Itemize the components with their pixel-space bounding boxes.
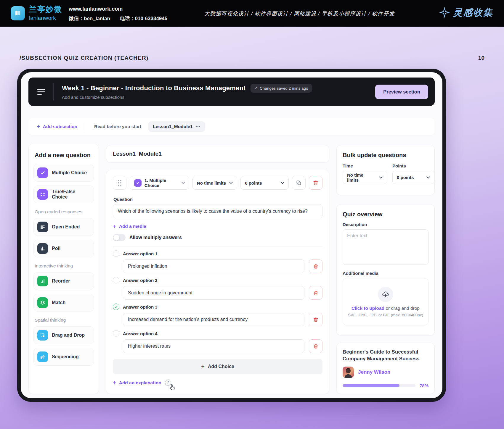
bulk-update-card: Bulk update questions Time No time limit… bbox=[336, 145, 435, 195]
subsection-tabs-bar: + Add subsection Read before you start L… bbox=[28, 118, 435, 135]
item-label: Reorder bbox=[52, 278, 70, 284]
page-background: /SUBSECTION QUIZ CREATION (TEACHER) 10 W… bbox=[0, 27, 504, 429]
chevron-down-icon bbox=[379, 176, 383, 179]
check-icon: ✓ bbox=[254, 86, 258, 91]
drag-handle[interactable] bbox=[113, 176, 126, 190]
delete-option-button[interactable] bbox=[309, 259, 322, 273]
hand-cursor-icon bbox=[168, 383, 176, 391]
module-title: Lesson1_Module1 bbox=[113, 151, 162, 157]
section-subtitle: Add and customize subsections. bbox=[62, 95, 312, 100]
delete-option-button[interactable] bbox=[309, 313, 322, 326]
upload-instruction: Click to upload or drag and drop bbox=[351, 306, 420, 311]
tab-lesson1-module1[interactable]: Lesson1_Module1 ⋯ bbox=[148, 121, 205, 132]
tabs-divider bbox=[85, 122, 85, 131]
answer-radio[interactable] bbox=[113, 277, 119, 283]
points-dropdown[interactable]: 0 points bbox=[240, 176, 289, 190]
add-media-label: Add a media bbox=[119, 224, 146, 229]
question-input[interactable] bbox=[113, 204, 322, 218]
brand-contact: 微信：ben_lanlan 电话：010-63334945 bbox=[69, 15, 167, 22]
answer-option-input[interactable] bbox=[123, 259, 304, 273]
add-media-button[interactable]: + Add a media bbox=[113, 223, 146, 229]
collect-label: 灵感收集 bbox=[453, 7, 493, 19]
bulk-points-dropdown[interactable]: 0 points bbox=[392, 171, 434, 184]
answer-radio-correct[interactable] bbox=[113, 304, 119, 310]
sidebar-group-spatial: Spatial thinking bbox=[35, 317, 94, 323]
additional-media-label: Additional media bbox=[343, 271, 428, 276]
answer-radio[interactable] bbox=[113, 250, 119, 257]
duplicate-question-button[interactable] bbox=[292, 176, 306, 190]
bulk-time-dropdown[interactable]: No time limits bbox=[343, 171, 387, 184]
question-type-true-false[interactable]: True/False Choice bbox=[33, 186, 94, 203]
trash-icon bbox=[313, 343, 319, 349]
answer-option-label: Answer option 1 bbox=[123, 251, 158, 256]
device-frame: Week 1 - Beginner - Introduction to Busi… bbox=[17, 69, 446, 402]
module-title-card: Lesson1_Module1 bbox=[106, 145, 329, 163]
screenshot-canvas: 兰亭妙微 lanlanwork www.lanlanwork.com 微信：be… bbox=[0, 0, 504, 429]
match-layers-icon bbox=[37, 297, 48, 308]
answer-option-input[interactable] bbox=[123, 313, 304, 326]
quiz-overview-card: Quiz overview Description Additional med… bbox=[336, 204, 435, 336]
add-explanation-label: Add an explanation bbox=[119, 380, 161, 386]
app-surface: Week 1 - Beginner - Introduction to Busi… bbox=[21, 72, 442, 398]
bulk-time-label: Time bbox=[343, 163, 387, 168]
question-type-poll[interactable]: Poll bbox=[33, 240, 94, 257]
menu-icon[interactable] bbox=[37, 88, 45, 96]
sidebar-group-interactive: Interactive thinking bbox=[35, 263, 94, 269]
media-upload-dropzone[interactable]: Click to upload or drag and drop SVG, PN… bbox=[343, 278, 428, 325]
tab-lesson1-module1-label: Lesson1_Module1 bbox=[153, 124, 192, 129]
question-type-drag-and-drop[interactable]: Drag and Drop bbox=[33, 326, 94, 344]
preview-section-button[interactable]: Preview section bbox=[375, 85, 428, 99]
page-number: 10 bbox=[478, 55, 484, 61]
open-ended-text-icon bbox=[37, 222, 48, 232]
sequencing-stairs-icon bbox=[37, 351, 48, 362]
section-title: Week 1 - Beginner - Introduction to Busi… bbox=[62, 84, 246, 92]
question-type-sequencing[interactable]: Sequencing bbox=[33, 348, 94, 366]
upload-cloud-icon bbox=[378, 287, 393, 302]
description-textarea[interactable] bbox=[343, 229, 428, 265]
question-type-reorder[interactable]: Reorder bbox=[33, 272, 94, 290]
question-type-value: 1. Multiple Choice bbox=[145, 178, 179, 188]
phone-contact: 电话：010-63334945 bbox=[120, 16, 168, 21]
plus-icon: + bbox=[201, 364, 205, 370]
wechat-contact: 微信：ben_lanlan bbox=[69, 16, 110, 21]
question-type-dropdown[interactable]: 1. Multiple Choice bbox=[130, 176, 189, 190]
course-title: Beginner's Guide to Successful Company M… bbox=[343, 349, 428, 362]
delete-question-button[interactable] bbox=[309, 176, 322, 190]
upload-format-hint: SVG, PNG, JPG or GIF (max. 800×400px) bbox=[348, 313, 423, 317]
bulk-time-value: No time limits bbox=[347, 172, 376, 183]
chevron-down-icon bbox=[229, 182, 233, 184]
delete-option-button[interactable] bbox=[309, 286, 322, 300]
question-type-open-ended[interactable]: Open Ended bbox=[33, 218, 94, 236]
delete-option-button[interactable] bbox=[309, 339, 322, 353]
trash-icon bbox=[313, 180, 319, 186]
answer-option-input[interactable] bbox=[123, 339, 304, 353]
answer-option-row: Answer option 3 bbox=[113, 304, 322, 310]
answer-radio[interactable] bbox=[113, 330, 119, 337]
copy-icon bbox=[296, 180, 302, 186]
question-toolbar: 1. Multiple Choice No time limits 0 poin… bbox=[113, 176, 322, 190]
question-type-multiple-choice[interactable]: Multiple Choice bbox=[33, 164, 94, 182]
trash-icon bbox=[313, 264, 319, 269]
tab-read-before-you-start[interactable]: Read before you start bbox=[87, 124, 148, 129]
time-limit-dropdown[interactable]: No time limits bbox=[192, 176, 237, 190]
item-label: Poll bbox=[52, 246, 60, 251]
answer-option-label: Answer option 4 bbox=[123, 331, 158, 336]
progress-bar bbox=[343, 384, 415, 387]
question-editor-card: 1. Multiple Choice No time limits 0 poin… bbox=[106, 170, 329, 394]
item-label: Sequencing bbox=[52, 354, 79, 359]
upload-rest-text: or drag and drop bbox=[384, 306, 420, 311]
reorder-bars-icon bbox=[37, 276, 48, 286]
answer-option-label: Answer option 3 bbox=[123, 304, 158, 309]
click-to-upload-link[interactable]: Click to upload bbox=[351, 306, 384, 311]
question-type-match[interactable]: Match bbox=[33, 294, 94, 312]
editor-divider bbox=[113, 246, 322, 246]
add-subsection-button[interactable]: + Add subsection bbox=[31, 124, 83, 130]
author-name-link[interactable]: Jenny Wilson bbox=[358, 369, 390, 375]
allow-multiple-toggle[interactable] bbox=[113, 234, 126, 241]
answer-option-input[interactable] bbox=[123, 286, 304, 300]
add-choice-button[interactable]: + Add Choice bbox=[113, 359, 322, 374]
tab-more-icon[interactable]: ⋯ bbox=[196, 124, 200, 129]
add-explanation-button[interactable]: + Add an explanation bbox=[113, 380, 161, 386]
header-divider bbox=[53, 83, 54, 100]
progress-percentage: 78% bbox=[420, 383, 428, 388]
